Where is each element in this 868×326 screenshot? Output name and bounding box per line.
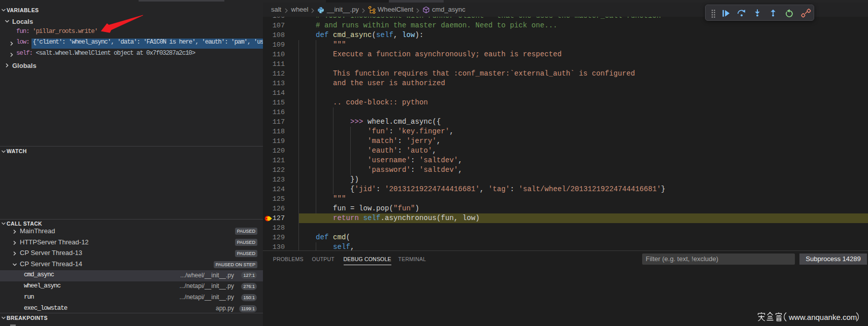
svg-text:www.anquanke.com: www.anquanke.com: [788, 313, 857, 321]
